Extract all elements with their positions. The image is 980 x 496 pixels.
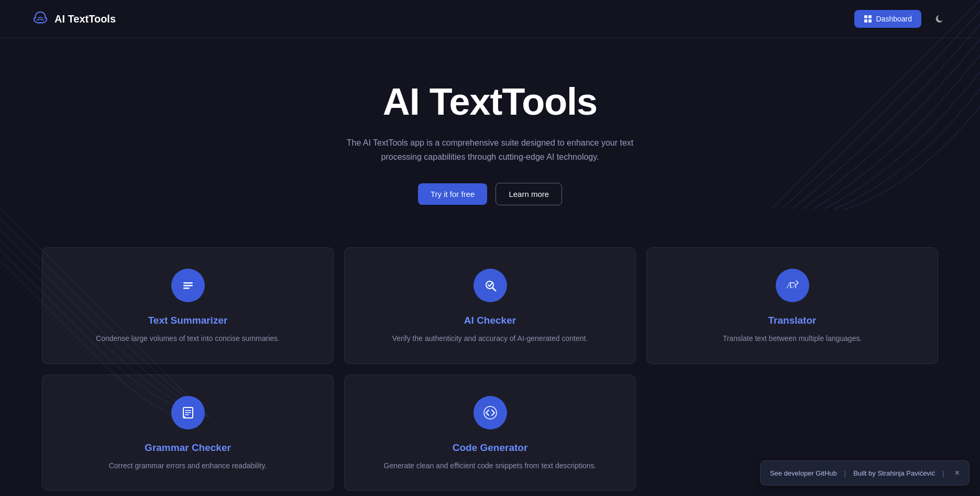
notification-close-button[interactable]: × (955, 468, 960, 478)
logo-text: AI TextTools (54, 13, 116, 25)
svg-rect-12 (185, 410, 191, 411)
svg-rect-1 (868, 15, 872, 18)
hero-section: AI TextTools The AI TextTools app is a c… (0, 38, 980, 237)
ai-checker-icon (474, 269, 507, 302)
bottom-notification: See developer GitHub | Built by Strahinj… (760, 460, 970, 486)
navbar: AI TextTools Dashboard (0, 0, 980, 38)
hero-title: AI TextTools (21, 80, 959, 123)
features-grid-top: Text Summarizer Condense large volumes o… (42, 247, 938, 363)
code-generator-title: Code Generator (360, 442, 620, 454)
translator-title: Translator (663, 315, 922, 326)
dashboard-button[interactable]: Dashboard (854, 10, 922, 28)
logo-icon (31, 10, 49, 28)
theme-icon (934, 14, 944, 24)
text-summarizer-icon (171, 269, 205, 302)
ai-checker-desc: Verify the authenticity and accuracy of … (360, 333, 620, 344)
grammar-checker-desc: Correct grammar errors and enhance reada… (58, 460, 317, 471)
logo: AI TextTools (31, 10, 116, 28)
notification-text1: See developer GitHub (770, 469, 837, 477)
feature-card-translator: A A Translator Translate text between mu… (646, 247, 938, 363)
feature-card-ai-checker: AI Checker Verify the authenticity and a… (344, 247, 636, 363)
svg-rect-13 (185, 412, 191, 413)
dashboard-label: Dashboard (876, 15, 912, 23)
svg-rect-6 (183, 288, 190, 289)
feature-card-text-summarizer: Text Summarizer Condense large volumes o… (42, 247, 334, 363)
notification-separator2: | (942, 469, 944, 477)
grammar-checker-title: Grammar Checker (58, 442, 317, 454)
feature-card-code-generator: Code Generator Generate clean and effici… (344, 374, 636, 491)
svg-rect-2 (864, 19, 867, 23)
svg-rect-0 (864, 15, 867, 18)
ai-checker-title: AI Checker (360, 315, 620, 326)
try-free-button[interactable]: Try it for free (418, 183, 487, 205)
svg-text:A: A (786, 281, 792, 290)
text-summarizer-desc: Condense large volumes of text into conc… (58, 333, 317, 344)
svg-rect-3 (868, 19, 872, 23)
notification-separator1: | (844, 469, 846, 477)
svg-rect-4 (183, 282, 193, 284)
code-generator-desc: Generate clean and efficient code snippe… (360, 460, 620, 471)
hero-buttons: Try it for free Learn more (21, 183, 959, 205)
translator-icon: A A (776, 269, 809, 302)
notification-text2: Built by Strahinja Pavićević (853, 469, 935, 477)
grammar-checker-icon (171, 396, 205, 429)
translator-desc: Translate text between multiple language… (663, 333, 922, 344)
theme-toggle-button[interactable] (930, 9, 949, 28)
text-summarizer-title: Text Summarizer (58, 315, 317, 326)
svg-line-8 (492, 288, 495, 291)
dashboard-icon (864, 15, 872, 23)
features-section: Text Summarizer Condense large volumes o… (0, 237, 980, 496)
svg-rect-5 (183, 285, 193, 286)
hero-subtitle: The AI TextTools app is a comprehensive … (338, 136, 642, 164)
navbar-right: Dashboard (854, 9, 949, 28)
feature-card-grammar-checker: Grammar Checker Correct grammar errors a… (42, 374, 334, 491)
svg-rect-14 (185, 414, 189, 415)
code-generator-icon (474, 396, 507, 429)
learn-more-button[interactable]: Learn more (495, 183, 562, 205)
